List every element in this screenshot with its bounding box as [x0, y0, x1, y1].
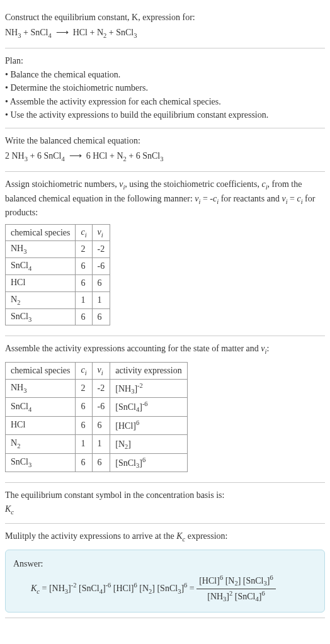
cell-activity: [NH3]-2 [110, 379, 187, 397]
cell-vi: -2 [92, 379, 110, 397]
section-activity: Assemble the activity expressions accoun… [5, 336, 325, 483]
balanced-equation: 2 NH3 + 6 SnCl4 ⟶ 6 HCl + N2 + 6 SnCl3 [5, 150, 325, 164]
kc-expression: Kc = [NH3]-2 [SnCl4]-6 [HCl]6 [N2] [SnCl… [31, 573, 317, 604]
activity-table: chemical species ci νi activity expressi… [5, 362, 188, 472]
cell-ci: 6 [76, 275, 92, 292]
cell-vi: 6 [92, 416, 110, 434]
plan-heading: Plan: [5, 55, 325, 67]
problem-statement: Construct the equilibrium constant, K, e… [5, 11, 325, 24]
section-balanced: Write the balanced chemical equation: 2 … [5, 128, 325, 172]
cell-species: HCl [6, 416, 76, 434]
balanced-heading: Write the balanced chemical equation: [5, 135, 325, 147]
table-row: NH32-2 [6, 241, 110, 258]
answer-box: Answer: Kc = [NH3]-2 [SnCl4]-6 [HCl]6 [N… [5, 550, 325, 613]
cell-ci: 6 [76, 258, 92, 275]
cell-vi: -6 [92, 398, 110, 416]
table-row: SnCl46-6 [6, 258, 110, 275]
cell-vi: 1 [92, 291, 110, 308]
cell-activity: [N2] [110, 435, 187, 453]
cell-ci: 6 [76, 453, 92, 472]
col-activity: activity expression [110, 362, 187, 379]
cell-ci: 1 [76, 291, 92, 308]
cell-ci: 6 [76, 398, 92, 416]
section-plan: Plan: • Balance the chemical equation. •… [5, 48, 325, 128]
cell-species: HCl [6, 275, 76, 292]
answer-label: Answer: [13, 558, 317, 570]
table-row: SnCl366 [6, 308, 110, 325]
plan-bullet-4: • Use the activity expressions to build … [5, 109, 325, 121]
symbol-text: The equilibrium constant symbol in the c… [5, 489, 325, 502]
cell-ci: 6 [76, 416, 92, 434]
cell-ci: 6 [76, 308, 92, 325]
cell-vi: -2 [92, 241, 110, 258]
plan-bullet-1: • Balance the chemical equation. [5, 69, 325, 81]
section-stoichiometric: Assign stoichiometric numbers, νi, using… [5, 172, 325, 336]
cell-species: SnCl4 [6, 398, 76, 416]
stoichiometric-table: chemical species ci νi NH32-2 SnCl46-6 H… [5, 224, 110, 326]
cell-species: NH3 [6, 241, 76, 258]
col-species: chemical species [6, 224, 76, 241]
cell-species: SnCl4 [6, 258, 76, 275]
plan-bullet-2: • Determine the stoichiometric numbers. [5, 82, 325, 94]
activity-description: Assemble the activity expressions accoun… [5, 342, 325, 356]
cell-species: N2 [6, 435, 76, 453]
cell-activity: [HCl]6 [110, 416, 187, 434]
table-row: SnCl46-6[SnCl4]-6 [6, 398, 188, 416]
table-row: NH32-2[NH3]-2 [6, 379, 188, 397]
section-answer: Mulitply the activity expressions to arr… [5, 524, 325, 618]
col-ci: ci [76, 224, 92, 241]
table-header-row: chemical species ci νi [6, 224, 110, 241]
kc-symbol: Kc [5, 503, 325, 517]
table-row: HCl66[HCl]6 [6, 416, 188, 434]
col-species: chemical species [6, 362, 76, 379]
section-problem: Construct the equilibrium constant, K, e… [5, 5, 325, 48]
cell-activity: [SnCl3]6 [110, 453, 187, 472]
stoich-description: Assign stoichiometric numbers, νi, using… [5, 178, 325, 219]
problem-text: Construct the equilibrium constant, K, e… [5, 13, 195, 22]
cell-vi: 1 [92, 435, 110, 453]
col-ci: ci [76, 362, 92, 379]
plan-bullet-3: • Assemble the activity expression for e… [5, 96, 325, 108]
col-vi: νi [92, 224, 110, 241]
cell-vi: 6 [92, 453, 110, 472]
cell-species: SnCl3 [6, 453, 76, 472]
cell-activity: [SnCl4]-6 [110, 398, 187, 416]
cell-ci: 1 [76, 435, 92, 453]
table-header-row: chemical species ci νi activity expressi… [6, 362, 188, 379]
cell-species: NH3 [6, 379, 76, 397]
cell-vi: 6 [92, 308, 110, 325]
cell-ci: 2 [76, 241, 92, 258]
section-symbol: The equilibrium constant symbol in the c… [5, 483, 325, 524]
unbalanced-equation: NH3 + SnCl4 ⟶ HCl + N2 + SnCl3 [5, 26, 325, 40]
cell-species: N2 [6, 291, 76, 308]
table-row: N211 [6, 291, 110, 308]
cell-ci: 2 [76, 379, 92, 397]
col-vi: νi [92, 362, 110, 379]
multiply-text: Mulitply the activity expressions to arr… [5, 530, 325, 544]
table-row: HCl66 [6, 275, 110, 292]
cell-vi: -6 [92, 258, 110, 275]
cell-vi: 6 [92, 275, 110, 292]
table-row: SnCl366[SnCl3]6 [6, 453, 188, 472]
table-row: N211[N2] [6, 435, 188, 453]
cell-species: SnCl3 [6, 308, 76, 325]
